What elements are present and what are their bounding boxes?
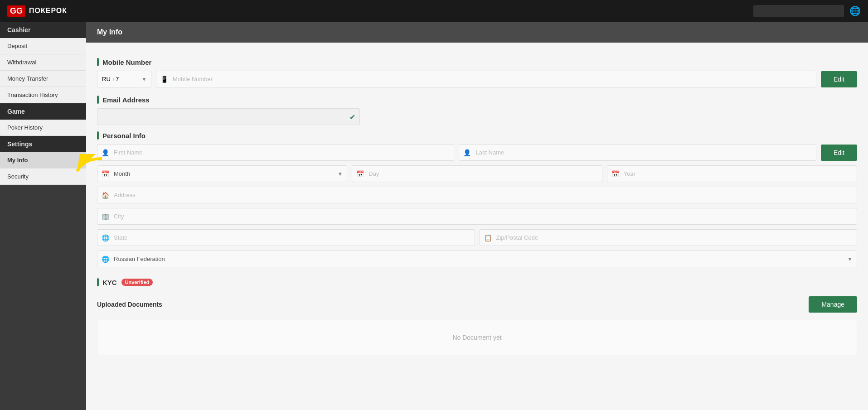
address-field: 🏠: [97, 187, 857, 203]
sidebar-item-poker-history[interactable]: Poker History: [0, 120, 86, 136]
phone-country-wrap: RU +7 ▼: [97, 71, 151, 87]
sidebar-game-header: Game: [0, 103, 86, 120]
state-field: 🌐: [97, 229, 475, 246]
kyc-title: KYC: [102, 279, 117, 286]
year-field: 📅: [607, 165, 857, 182]
country-row: 🌐 Russian Federation ▼: [97, 251, 857, 267]
zip-input[interactable]: [480, 229, 858, 246]
sidebar-cashier-header: Cashier: [0, 22, 86, 38]
manage-button[interactable]: Manage: [809, 296, 857, 313]
page-header: My Info: [86, 22, 868, 43]
kyc-section: KYC Unverified Uploaded Documents Manage…: [97, 272, 857, 355]
email-input[interactable]: [97, 108, 360, 125]
first-name-field: 👤: [97, 144, 454, 161]
email-address-title: Email Address: [97, 89, 857, 108]
page-title: My Info: [97, 28, 122, 36]
sidebar-item-transaction-history[interactable]: Transaction History: [0, 87, 86, 103]
state-zip-row: 🌐 📋: [97, 229, 857, 246]
logo-gg: GG: [7, 5, 25, 17]
day-input[interactable]: [352, 165, 602, 182]
first-name-input[interactable]: [97, 144, 454, 161]
last-name-input[interactable]: [459, 144, 816, 161]
personal-info-title: Personal Info: [97, 125, 857, 144]
logo-text: ПОКЕРОК: [29, 7, 67, 15]
main-content: My Info Mobile Number RU +7 ▼ 📱: [86, 22, 868, 410]
topbar-right: 🌐: [753, 5, 861, 17]
email-address-section: Email Address ✔: [97, 89, 857, 125]
phone-input-wrap: 📱: [156, 71, 816, 87]
building-icon: 🏢: [102, 213, 109, 220]
city-row: 🏢: [97, 208, 857, 225]
address-input[interactable]: [97, 187, 857, 203]
personal-info-section: Personal Info 👤 👤: [97, 125, 857, 272]
personal-fields: 👤 👤 Edit 📅: [97, 144, 857, 272]
layout: Cashier Deposit Withdrawal Money Transfe…: [0, 22, 868, 410]
last-name-field: 👤: [459, 144, 816, 161]
phone-icon: 📱: [160, 76, 168, 83]
email-verified-icon: ✔: [349, 112, 355, 121]
email-row: ✔: [97, 108, 857, 125]
home-icon: 🏠: [102, 192, 109, 199]
day-field: 📅: [352, 165, 602, 182]
sidebar-item-my-info[interactable]: My Info: [0, 152, 86, 169]
mail-icon: 📋: [484, 234, 492, 241]
calendar-icon: 📅: [102, 170, 109, 178]
month-field: 📅 Month ▼: [97, 165, 347, 182]
country-field: 🌐 Russian Federation ▼: [97, 251, 857, 267]
mobile-edit-button[interactable]: Edit: [821, 71, 857, 87]
city-input[interactable]: [97, 208, 857, 225]
content-area: Mobile Number RU +7 ▼ 📱 Edit: [86, 43, 868, 364]
name-row: 👤 👤 Edit: [97, 144, 857, 161]
email-field-wrap: ✔: [97, 108, 360, 125]
no-docs-message: No Document yet: [97, 320, 857, 355]
person2-icon: 👤: [463, 149, 471, 156]
globe3-icon: 🌐: [102, 256, 109, 263]
calendar3-icon: 📅: [611, 170, 619, 178]
address-row: 🏠: [97, 187, 857, 203]
docs-row: Uploaded Documents Manage: [97, 291, 857, 316]
mobile-number-title: Mobile Number: [97, 52, 857, 71]
year-input[interactable]: [607, 165, 857, 182]
sidebar-item-deposit[interactable]: Deposit: [0, 38, 86, 54]
kyc-section-title: KYC: [97, 278, 117, 286]
sidebar-item-security[interactable]: Security: [0, 169, 86, 185]
topbar-search-input[interactable]: [753, 5, 844, 17]
country-select[interactable]: Russian Federation: [97, 251, 857, 267]
sidebar-settings-header: Settings: [0, 136, 86, 152]
personal-row: 👤 👤 Edit 📅: [97, 144, 857, 272]
city-field: 🏢: [97, 208, 857, 225]
dob-row: 📅 Month ▼ 📅 📅: [97, 165, 857, 182]
mobile-number-section: Mobile Number RU +7 ▼ 📱 Edit: [97, 52, 857, 87]
state-input[interactable]: [97, 229, 475, 246]
logo: GG ПОКЕРОК: [7, 5, 67, 17]
phone-country-select[interactable]: RU +7: [97, 71, 151, 87]
globe2-icon: 🌐: [102, 234, 109, 241]
person-icon: 👤: [102, 149, 109, 156]
topbar: GG ПОКЕРОК 🌐: [0, 0, 868, 22]
kyc-header: KYC Unverified: [97, 272, 857, 291]
month-select[interactable]: Month: [97, 165, 347, 182]
sidebar-item-withdrawal[interactable]: Withdrawal: [0, 54, 86, 71]
kyc-unverified-badge: Unverified: [121, 279, 153, 286]
sidebar: Cashier Deposit Withdrawal Money Transfe…: [0, 22, 86, 410]
sidebar-item-money-transfer[interactable]: Money Transfer: [0, 71, 86, 87]
zip-field: 📋: [480, 229, 858, 246]
calendar2-icon: 📅: [356, 170, 364, 178]
personal-edit-button[interactable]: Edit: [821, 145, 857, 161]
phone-row: RU +7 ▼ 📱 Edit: [97, 71, 857, 87]
uploaded-docs-label: Uploaded Documents: [97, 301, 162, 308]
globe-icon[interactable]: 🌐: [849, 5, 861, 16]
phone-number-input[interactable]: [156, 71, 816, 87]
